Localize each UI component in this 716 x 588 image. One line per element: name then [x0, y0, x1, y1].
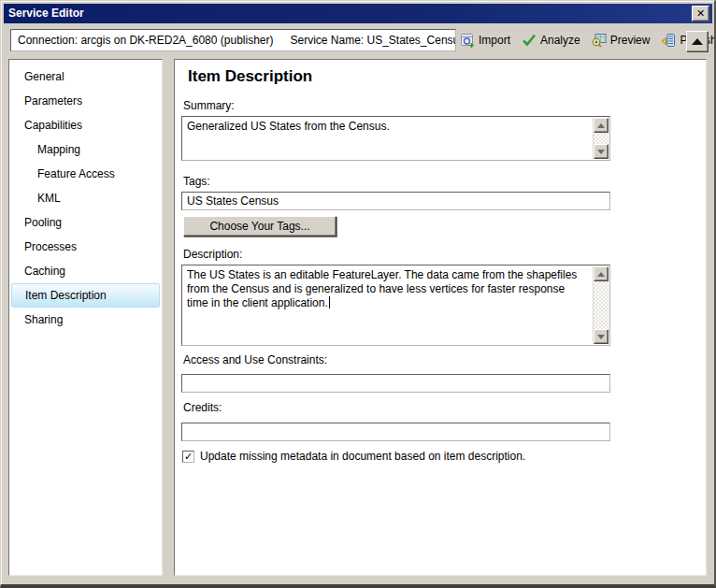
- tags-label: Tags:: [183, 175, 210, 188]
- sidebar-item-item-description[interactable]: Item Description: [11, 283, 160, 308]
- sidebar-item-capabilities[interactable]: Capabilities: [11, 113, 160, 137]
- item-description-panel: Item Description Summary: Generalized US…: [174, 59, 707, 576]
- sidebar-item-label: Feature Access: [37, 167, 115, 180]
- description-label: Description:: [183, 248, 242, 261]
- analyze-button[interactable]: Analyze: [522, 33, 580, 48]
- tags-input[interactable]: [181, 192, 610, 210]
- description-scrollbar[interactable]: [593, 266, 609, 344]
- preview-button[interactable]: Preview: [592, 33, 651, 48]
- sidebar-item-label: Pooling: [24, 216, 62, 229]
- import-button[interactable]: Import: [460, 33, 510, 48]
- sidebar-item-label: Mapping: [37, 143, 80, 156]
- sidebar-item-processes[interactable]: Processes: [11, 235, 160, 259]
- service-editor-dialog: Service Editor ✕ Connection: arcgis on D…: [0, 0, 716, 588]
- summary-label: Summary:: [183, 99, 235, 112]
- summary-textarea[interactable]: Generalized US States from the Census.: [181, 116, 610, 161]
- sidebar-item-label: Item Description: [25, 289, 107, 302]
- scroll-down-icon[interactable]: [594, 144, 609, 159]
- summary-scrollbar[interactable]: [593, 118, 609, 159]
- sidebar-item-sharing[interactable]: Sharing: [11, 308, 160, 332]
- window-title: Service Editor: [8, 7, 84, 20]
- toolbar-button-label: Preview: [610, 34, 651, 47]
- sidebar-item-general[interactable]: General: [11, 65, 160, 89]
- sidebar-item-pooling[interactable]: Pooling: [11, 210, 160, 235]
- sidebar-item-label: General: [24, 70, 64, 83]
- scroll-down-icon[interactable]: [594, 329, 609, 344]
- sidebar-item-label: KML: [37, 192, 61, 205]
- toolbar-button-label: Analyze: [540, 34, 580, 47]
- credits-input[interactable]: [181, 423, 610, 441]
- description-textarea[interactable]: The US States is an editable FeatureLaye…: [181, 265, 610, 346]
- publish-icon: [661, 33, 676, 48]
- scroll-up-icon[interactable]: [594, 118, 609, 133]
- sidebar-item-feature-access[interactable]: Feature Access: [11, 162, 160, 186]
- sidebar-item-kml[interactable]: KML: [11, 186, 160, 210]
- access-constraints-input[interactable]: [181, 374, 610, 393]
- sidebar-item-label: Caching: [24, 265, 65, 278]
- preview-icon: [592, 33, 607, 48]
- text-caret: [329, 296, 330, 308]
- title-bar[interactable]: Service Editor ✕: [4, 4, 712, 23]
- update-metadata-label: Update missing metadata in document base…: [200, 450, 525, 463]
- close-button[interactable]: ✕: [692, 6, 709, 22]
- sidebar-item-label: Processes: [24, 240, 77, 253]
- connection-text: Connection: arcgis on DK-RED2A_6080 (pub…: [18, 34, 273, 47]
- description-text: The US States is an editable FeatureLaye…: [187, 268, 577, 309]
- sidebar-item-label: Parameters: [24, 94, 82, 108]
- toolbar-buttons: ImportAnalyzePreviewPublish: [460, 29, 716, 51]
- chevron-up-icon: [692, 38, 703, 45]
- sidebar-item-parameters[interactable]: Parameters: [11, 89, 160, 113]
- sidebar-item-label: Capabilities: [24, 119, 82, 132]
- collapse-toolbar-button[interactable]: [686, 31, 709, 52]
- choose-tags-button[interactable]: Choose Your Tags...: [183, 216, 337, 237]
- access-constraints-label: Access and Use Constraints:: [183, 353, 327, 366]
- toolbar-button-label: Import: [479, 34, 510, 47]
- credits-label: Credits:: [183, 401, 222, 414]
- sidebar-item-mapping[interactable]: Mapping: [11, 137, 160, 162]
- settings-nav-sidebar: GeneralParametersCapabilitiesMappingFeat…: [8, 59, 163, 576]
- summary-text: Generalized US States from the Census.: [187, 120, 390, 133]
- sidebar-item-label: Sharing: [24, 313, 63, 326]
- service-name-text: Service Name: US_States_Census: [290, 34, 456, 47]
- connection-status-field: Connection: arcgis on DK-RED2A_6080 (pub…: [10, 29, 456, 51]
- import-icon: [460, 33, 475, 48]
- scroll-up-icon[interactable]: [594, 266, 609, 281]
- page-title: Item Description: [188, 67, 312, 86]
- analyze-icon: [522, 33, 537, 48]
- sidebar-item-caching[interactable]: Caching: [11, 259, 160, 283]
- update-metadata-checkbox[interactable]: ✓: [182, 451, 194, 463]
- close-icon: ✕: [696, 7, 705, 19]
